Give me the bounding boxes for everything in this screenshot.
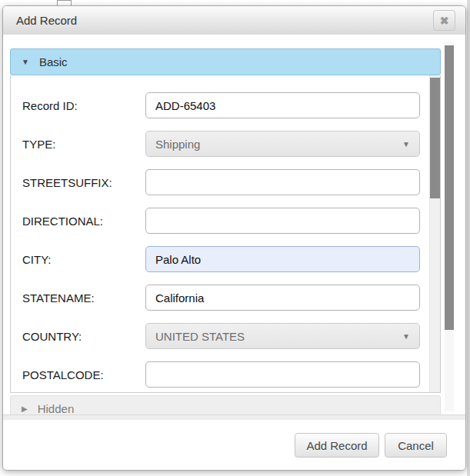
field-input[interactable] xyxy=(145,285,420,311)
field-label: STREETSUFFIX: xyxy=(22,176,145,189)
inner-scrollbar-thumb[interactable] xyxy=(430,78,440,198)
section-label-hidden: Hidden xyxy=(38,402,75,414)
field-input[interactable] xyxy=(145,361,420,388)
form-row: COUNTRY:UNITED STATES▼ xyxy=(22,323,429,349)
field-select[interactable]: Shipping▼ xyxy=(145,131,420,157)
section-label-basic: Basic xyxy=(39,55,68,68)
dialog-titlebar: Add Record ✖ xyxy=(3,6,465,35)
page-scrollbar[interactable] xyxy=(467,0,470,476)
chevron-down-icon: ▼ xyxy=(402,332,410,341)
field-label: Record ID: xyxy=(22,99,145,112)
section-header-hidden[interactable]: ▶ Hidden xyxy=(10,395,441,414)
field-label: DIRECTIONAL: xyxy=(22,215,145,228)
form-row: STREETSUFFIX: xyxy=(22,169,429,195)
add-record-dialog: Add Record ✖ ▼ Basic Record ID:TYPE:Ship… xyxy=(2,5,466,471)
inner-scrollbar-track[interactable] xyxy=(429,75,440,392)
footer-buttons: Add Record Cancel xyxy=(295,433,447,458)
dialog-title: Add Record xyxy=(16,6,77,35)
add-record-button[interactable]: Add Record xyxy=(295,433,379,458)
chevron-down-icon: ▼ xyxy=(402,140,410,148)
field-label: POSTALCODE: xyxy=(22,368,145,381)
close-button[interactable]: ✖ xyxy=(433,10,455,31)
outer-scrollbar-thumb[interactable] xyxy=(445,45,454,330)
form-row: TYPE:Shipping▼ xyxy=(22,131,429,157)
form-row: POSTALCODE: xyxy=(22,361,429,388)
triangle-down-icon: ▼ xyxy=(22,58,29,66)
close-icon: ✖ xyxy=(440,15,449,26)
select-value: UNITED STATES xyxy=(155,330,245,343)
field-input[interactable] xyxy=(145,92,420,118)
dialog-content: ▼ Basic Record ID:TYPE:Shipping▼STREETSU… xyxy=(3,35,465,414)
dialog-footer: Add Record Cancel xyxy=(3,420,465,470)
section-header-basic[interactable]: ▼ Basic xyxy=(10,48,441,75)
field-select[interactable]: UNITED STATES▼ xyxy=(145,323,420,349)
form-row: CITY: xyxy=(22,246,429,272)
form-row: DIRECTIONAL: xyxy=(22,208,429,234)
field-input[interactable] xyxy=(145,208,420,234)
select-value: Shipping xyxy=(155,138,200,151)
form-rows: Record ID:TYPE:Shipping▼STREETSUFFIX:DIR… xyxy=(11,75,429,392)
field-label: STATENAME: xyxy=(22,291,145,305)
form-row: STATENAME: xyxy=(22,285,429,311)
outer-scrollbar-track[interactable] xyxy=(445,42,454,411)
cancel-button[interactable]: Cancel xyxy=(385,433,447,458)
field-label: COUNTRY: xyxy=(22,330,145,343)
field-label: CITY: xyxy=(22,253,145,266)
triangle-right-icon: ▶ xyxy=(22,404,28,413)
field-label: TYPE: xyxy=(22,138,145,151)
form-row: Record ID: xyxy=(22,92,429,118)
basic-fields-panel: Record ID:TYPE:Shipping▼STREETSUFFIX:DIR… xyxy=(10,75,441,393)
field-input[interactable] xyxy=(145,246,420,272)
field-input[interactable] xyxy=(145,169,420,195)
